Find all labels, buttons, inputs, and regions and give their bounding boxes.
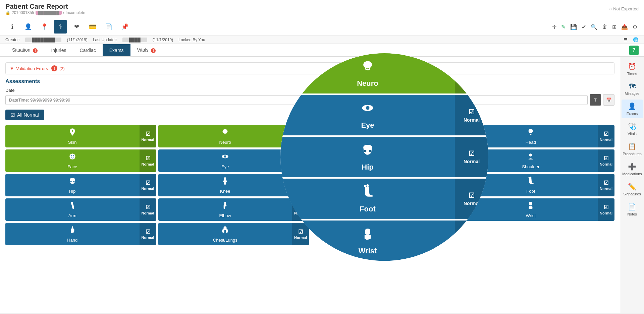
zoom-item-eye[interactable]: Eye☑Normal: [280, 95, 488, 135]
cell-check-hand[interactable]: ☑Normal: [140, 223, 156, 245]
lock-icon: 🔒: [5, 10, 10, 15]
tab-vitals[interactable]: Vitals !: [130, 44, 163, 56]
zoom-check-hip[interactable]: ☑Normal: [455, 137, 488, 177]
cell-normal-head: Normal: [600, 138, 612, 142]
creator-date: (11/1/2019): [67, 38, 87, 42]
svg-point-33: [369, 150, 371, 152]
right-sidebar: ⏰Times🗺Mileages👤Exams🩺Vitals📋Procedures➕…: [620, 57, 644, 313]
assessment-cell-chest_lungs[interactable]: Chest/Lungs☑Normal: [158, 223, 309, 245]
svg-point-20: [530, 177, 531, 178]
cell-label-elbow: Elbow: [219, 213, 231, 218]
grid-btn[interactable]: ⊞: [611, 23, 618, 31]
check-icon: ☑: [146, 131, 150, 137]
check-icon: ☑: [604, 155, 608, 162]
svg-rect-21: [71, 202, 74, 209]
tab-cardiac[interactable]: Cardiac: [73, 44, 103, 56]
cell-check-shoulder[interactable]: ☑Normal: [598, 149, 614, 172]
head-icon: [526, 128, 535, 138]
edit-btn[interactable]: ✎: [560, 23, 567, 31]
crosshair-btn[interactable]: ✛: [551, 23, 558, 31]
assessment-cell-skin[interactable]: Skin☑Normal: [5, 125, 156, 147]
save-btn[interactable]: 💾: [569, 23, 578, 31]
cell-label-hip: Hip: [69, 189, 76, 194]
sidebar-label-vitals: Vitals: [628, 132, 637, 136]
all-normal-button[interactable]: ☑ All Normal: [5, 110, 44, 120]
list-view-btn[interactable]: ☰: [624, 37, 628, 42]
cell-main-elbow: Elbow: [158, 198, 292, 221]
svg-point-14: [73, 181, 74, 182]
cell-check-face[interactable]: ☑Normal: [140, 149, 156, 172]
svg-point-7: [224, 155, 226, 158]
shoulder-icon: [526, 152, 535, 163]
nav-pin-btn[interactable]: 📌: [118, 20, 131, 34]
sidebar-item-signatures[interactable]: ✏️Signatures: [622, 180, 643, 199]
sidebar-item-times[interactable]: ⏰Times: [622, 60, 643, 78]
nav-heart-btn[interactable]: ❤: [70, 20, 83, 34]
sidebar-item-notes[interactable]: 📄Notes: [622, 200, 643, 219]
sidebar-item-mileages[interactable]: 🗺Mileages: [622, 80, 643, 98]
settings-btn[interactable]: ⚙: [631, 23, 639, 31]
sidebar-item-vitals[interactable]: 🩺Vitals: [622, 120, 643, 138]
assessment-cell-face[interactable]: Face☑Normal: [5, 149, 156, 172]
foot-icon: [526, 177, 535, 187]
sidebar-label-procedures: Procedures: [623, 152, 641, 156]
sidebar-label-notes: Notes: [627, 212, 637, 216]
nav-info-btn[interactable]: ℹ: [5, 20, 19, 34]
date-T-button[interactable]: T: [590, 94, 601, 106]
tab-situation[interactable]: Situation !: [5, 44, 44, 56]
zoom-foot-icon: [360, 184, 375, 202]
nav-card-btn[interactable]: 💳: [86, 20, 99, 34]
check-icon: ☑: [298, 229, 303, 235]
cell-check-arm[interactable]: ☑Normal: [140, 198, 156, 221]
knee-icon: [221, 177, 229, 187]
export-btn[interactable]: 📤: [620, 23, 629, 31]
face-icon: [68, 152, 77, 163]
svg-point-29: [363, 61, 372, 69]
help-button[interactable]: ?: [629, 46, 639, 55]
zoom-neuro-icon: [360, 59, 375, 76]
check-icon: ☑: [146, 204, 150, 210]
assessment-cell-hand[interactable]: Hand☑Normal: [5, 223, 156, 245]
nav-person-btn[interactable]: 👤: [21, 20, 35, 34]
cell-check-foot[interactable]: ☑Normal: [598, 174, 614, 196]
tab-exams[interactable]: Exams: [103, 44, 130, 56]
nav-document-btn[interactable]: 📄: [102, 20, 115, 34]
svg-rect-36: [365, 229, 370, 235]
zoom-label-wrist: Wrist: [359, 247, 377, 255]
all-normal-label: All Normal: [17, 112, 39, 118]
tab-injuries[interactable]: Injuries: [44, 44, 73, 56]
zoom-item-hip[interactable]: Hip☑Normal: [280, 137, 488, 177]
zoom-item-foot[interactable]: Foot☑Normal: [280, 179, 488, 219]
globe-btn[interactable]: 🌐: [633, 37, 639, 42]
cell-check-hip[interactable]: ☑Normal: [140, 174, 156, 196]
cell-check-wrist[interactable]: ☑Normal: [598, 198, 614, 221]
sidebar-item-procedures[interactable]: 📋Procedures: [622, 140, 643, 159]
nav-active-btn[interactable]: ⚕: [54, 20, 67, 34]
situation-error-badge: !: [33, 48, 38, 53]
svg-point-13: [70, 181, 71, 182]
cell-check-chest_lungs[interactable]: ☑Normal: [292, 223, 309, 245]
notes-sidebar-icon: 📄: [628, 203, 636, 211]
check-btn[interactable]: ✔: [580, 23, 587, 31]
nav-location-btn[interactable]: 📍: [38, 20, 51, 34]
zoom-main-eye: Eye: [280, 95, 455, 135]
assessment-cell-arm[interactable]: Arm☑Normal: [5, 198, 156, 221]
assessment-cell-wrist[interactable]: Wrist☑Normal: [464, 198, 615, 221]
cell-label-shoulder: Shoulder: [522, 164, 539, 169]
assessment-cell-elbow[interactable]: Elbow☑Normal: [158, 198, 309, 221]
delete-btn[interactable]: 🗑: [601, 23, 609, 30]
cell-label-eye: Eye: [221, 164, 229, 169]
search-btn[interactable]: 🔍: [589, 23, 599, 31]
assessment-cell-hip[interactable]: Hip☑Normal: [5, 174, 156, 196]
sidebar-item-exams[interactable]: 👤Exams: [622, 100, 643, 118]
cell-label-foot: Foot: [526, 189, 535, 194]
sidebar-item-medications[interactable]: ➕Medications: [622, 160, 643, 179]
svg-point-35: [366, 184, 369, 187]
cell-check-head[interactable]: ☑Normal: [598, 125, 614, 147]
svg-rect-27: [529, 202, 532, 205]
calendar-button[interactable]: 📅: [603, 94, 614, 106]
validation-errors-section[interactable]: ▼ Validation Errors ! (2): [5, 62, 614, 74]
record-subtitle: 🔒 2019001355 ████████ / Incomplete: [5, 10, 85, 15]
cell-check-skin[interactable]: ☑Normal: [140, 125, 156, 147]
svg-rect-28: [529, 206, 533, 209]
